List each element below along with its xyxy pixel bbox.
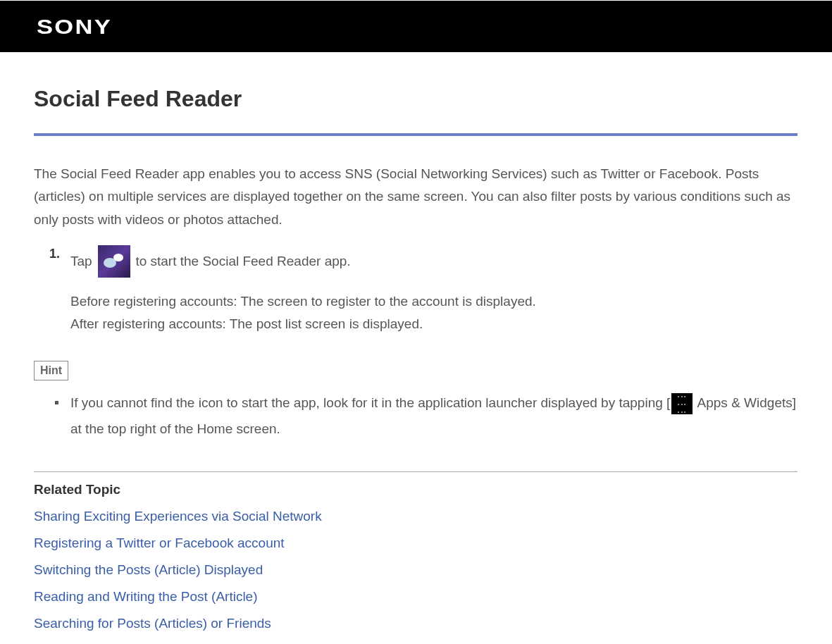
hint-section: Hint If you cannot find the icon to star… <box>34 361 797 441</box>
related-heading: Related Topic <box>34 482 797 497</box>
apps-grid-icon <box>671 393 693 414</box>
step-text-suffix: to start the Social Feed Reader app. <box>135 254 350 268</box>
intro-paragraph: The Social Feed Reader app enables you t… <box>34 163 797 231</box>
step-item: 1. Tap to start the Social Feed Reader a… <box>49 245 797 336</box>
social-feed-reader-app-icon <box>98 245 130 278</box>
steps-list: 1. Tap to start the Social Feed Reader a… <box>34 245 797 336</box>
page-title: Social Feed Reader <box>34 86 797 136</box>
brand-logo: SONY <box>37 15 112 39</box>
step-detail-line2: After registering accounts: The post lis… <box>70 316 423 331</box>
related-link[interactable]: Reading and Writing the Post (Article) <box>34 589 797 605</box>
header-bar: SONY <box>0 0 832 52</box>
hint-list: If you cannot find the icon to start the… <box>34 390 797 441</box>
related-link[interactable]: Sharing Exciting Experiences via Social … <box>34 509 797 524</box>
hint-label: Hint <box>34 361 68 380</box>
step-number: 1. <box>49 247 60 261</box>
hint-item: If you cannot find the icon to start the… <box>49 390 797 441</box>
step-detail: Before registering accounts: The screen … <box>70 290 797 336</box>
related-links: Sharing Exciting Experiences via Social … <box>34 509 797 631</box>
related-link[interactable]: Searching for Posts (Articles) or Friend… <box>34 616 797 631</box>
related-divider <box>34 471 797 472</box>
related-link[interactable]: Registering a Twitter or Facebook accoun… <box>34 535 797 551</box>
step-text-prefix: Tap <box>70 254 96 268</box>
hint-text-prefix: If you cannot find the icon to start the… <box>70 395 670 410</box>
related-link[interactable]: Switching the Posts (Article) Displayed <box>34 562 797 578</box>
main-content: Social Feed Reader The Social Feed Reade… <box>0 52 831 644</box>
step-detail-line1: Before registering accounts: The screen … <box>70 294 536 309</box>
